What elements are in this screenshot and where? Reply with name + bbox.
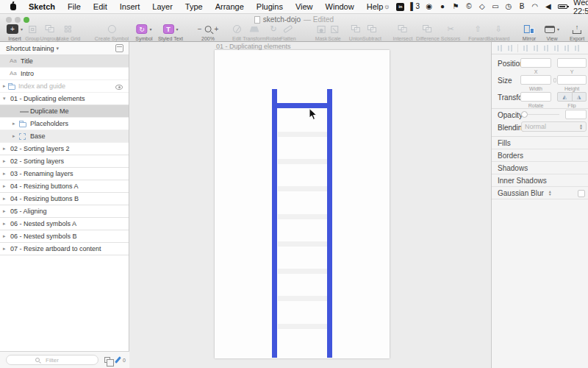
placeholder-rung-8[interactable]: [278, 324, 327, 329]
placeholder-rung-5[interactable]: [278, 241, 327, 247]
placeholder-rung-2[interactable]: [278, 159, 327, 164]
disclosure-chevron-icon[interactable]: ▸: [3, 183, 6, 189]
window-close-button[interactable]: [6, 17, 12, 23]
disclosure-chevron-icon[interactable]: ▸: [3, 171, 6, 177]
volume-icon[interactable]: ◀: [545, 2, 552, 11]
toolbar-forward-button[interactable]: ⇧Forward: [468, 24, 487, 41]
toolbar-group-button[interactable]: Group: [25, 24, 39, 41]
blending-dropdown[interactable]: Normal ▲▼: [521, 121, 587, 132]
section-inner-shadows[interactable]: Inner Shadows: [492, 174, 588, 187]
draft-pencil-icon[interactable]: [115, 356, 121, 364]
opacity-slider-knob[interactable]: [521, 111, 528, 118]
disclosure-chevron-icon[interactable]: ▸: [12, 133, 15, 139]
toolbar-styled-text-button[interactable]: T▾Styled Text: [158, 24, 183, 41]
toolbar-view-button[interactable]: ▾View: [545, 24, 559, 41]
rotate-field[interactable]: [520, 92, 551, 102]
menu-item-plugins[interactable]: Plugins: [257, 2, 283, 11]
section-gaussian-blur[interactable]: Gaussian Blur ▲▼: [492, 187, 588, 199]
visibility-eye-icon[interactable]: [115, 85, 123, 90]
menu-item-insert[interactable]: Insert: [120, 2, 140, 11]
artboard[interactable]: [215, 50, 390, 358]
copyright-icon[interactable]: ©: [465, 2, 473, 11]
menu-item-edit[interactable]: Edit: [93, 2, 107, 11]
toolbar-scale-button[interactable]: Scale: [328, 24, 341, 41]
height-field[interactable]: [557, 75, 587, 85]
toolbar-transform-button[interactable]: Transform: [243, 24, 266, 41]
ladder-rung-duplicate-me[interactable]: [272, 103, 332, 108]
layer-row-03-renaming-layers[interactable]: ▸03 - Renaming layers: [0, 168, 129, 180]
toolbar-difference-button[interactable]: Difference: [416, 24, 440, 41]
toolbar-mask-button[interactable]: Mask: [315, 24, 328, 41]
circle-icon[interactable]: ●: [439, 2, 446, 11]
filter-input[interactable]: [6, 355, 98, 365]
bluetooth-icon[interactable]: Ƀ: [518, 2, 526, 11]
blur-type-stepper-icon[interactable]: ▲▼: [548, 190, 552, 196]
layer-row-placeholders[interactable]: ▸Placeholders: [0, 118, 129, 130]
menu-item-layer[interactable]: Layer: [152, 2, 173, 11]
align-middle-icon[interactable]: [564, 45, 570, 52]
section-fills[interactable]: Fills: [492, 137, 588, 149]
disclosure-chevron-icon[interactable]: ▸: [3, 208, 6, 214]
layer-row-index-and-guide[interactable]: ▸Index and guide: [0, 80, 129, 93]
disclosure-chevron-icon[interactable]: ▸: [3, 146, 6, 152]
disclosure-chevron-icon[interactable]: ▸: [3, 246, 6, 252]
layer-row-title[interactable]: AaTitle: [0, 55, 129, 68]
position-y-field[interactable]: [557, 58, 587, 68]
dropbox-icon[interactable]: ◇: [478, 2, 486, 11]
display-icon[interactable]: ▭: [492, 2, 499, 11]
layer-row-02-sorting-layers-2[interactable]: ▸02 - Sorting layers 2: [0, 143, 129, 155]
toolbar-rotate-button[interactable]: ↻Rotate: [266, 24, 282, 41]
section-borders[interactable]: Borders: [492, 149, 588, 162]
align-top-icon[interactable]: [553, 45, 559, 52]
menu-item-view[interactable]: View: [295, 2, 313, 11]
position-x-field[interactable]: [520, 58, 551, 68]
section-shadows[interactable]: Shadows: [492, 162, 588, 174]
placeholder-rung-6[interactable]: [278, 269, 327, 274]
layer-row-duplicate-me[interactable]: Duplicate Me: [0, 105, 129, 118]
toolbar-backward-button[interactable]: ⇩Backward: [487, 24, 510, 41]
ladder-rail-2[interactable]: [327, 89, 332, 358]
placeholder-rung-3[interactable]: [278, 186, 327, 191]
wifi-icon[interactable]: ◠: [531, 2, 539, 11]
toolbar-flatten-button[interactable]: Flatten: [280, 24, 295, 41]
toolbar-symbol-button[interactable]: ↻▾Symbol: [135, 24, 152, 41]
align-center-h-icon[interactable]: [533, 45, 539, 52]
keyboard-brightness-icon[interactable]: ☼: [383, 2, 390, 11]
constrain-proportions-icon[interactable]: [553, 78, 556, 82]
disclosure-chevron-icon[interactable]: ▸: [3, 233, 6, 239]
layer-row-base[interactable]: ▸Base: [0, 130, 129, 143]
record-icon[interactable]: ◉: [426, 2, 433, 11]
menu-item-type[interactable]: Type: [185, 2, 203, 11]
toolbar-scissors-button[interactable]: ✂Scissors: [441, 24, 460, 41]
apple-menu-icon[interactable]: [10, 4, 16, 10]
align-left-icon[interactable]: [523, 45, 528, 52]
layer-row-intro[interactable]: AaIntro: [0, 68, 129, 80]
menu-item-file[interactable]: File: [68, 2, 81, 11]
disclosure-chevron-icon[interactable]: ▸: [3, 158, 6, 164]
distribute-vertically-icon[interactable]: [507, 45, 513, 52]
layer-row-06-nested-symbols-b[interactable]: ▸06 - Nested symbols B: [0, 230, 129, 243]
toolbar-make-grid-button[interactable]: Make Grid: [57, 24, 80, 41]
align-bottom-icon[interactable]: [574, 45, 580, 52]
battery-icon[interactable]: [558, 2, 567, 11]
placeholder-rung-7[interactable]: [278, 296, 327, 301]
disclosure-chevron-icon[interactable]: ▸: [3, 83, 6, 89]
toolbar-intersect-button[interactable]: Intersect: [393, 24, 413, 41]
placeholder-rung-4[interactable]: [278, 214, 327, 219]
disclosure-chevron-icon[interactable]: ▸: [12, 121, 15, 127]
layer-row-04-resizing-buttons-a[interactable]: ▸04 - Resizing buttons A: [0, 180, 129, 193]
flip-vertical-button[interactable]: ◮: [573, 93, 587, 101]
bookmark-icon[interactable]: ⚑: [452, 2, 459, 11]
document-proxy-icon[interactable]: [254, 16, 260, 24]
page-selector[interactable]: Shortcut training ▾: [0, 42, 129, 55]
flip-horizontal-button[interactable]: ◭: [558, 93, 573, 101]
time-machine-icon[interactable]: ◷: [505, 2, 512, 11]
menu-item-window[interactable]: Window: [326, 2, 354, 11]
page-list-icon[interactable]: [115, 44, 123, 52]
linkedin-icon[interactable]: in: [396, 2, 404, 11]
distribute-horizontally-icon[interactable]: [497, 45, 503, 52]
gaussian-blur-checkbox[interactable]: [578, 190, 585, 197]
layer-row-02-sorting-layers[interactable]: ▸02 - Sorting layers: [0, 155, 129, 168]
menu-item-help[interactable]: Help: [367, 2, 384, 11]
menu-item-arrange[interactable]: Arrange: [215, 2, 244, 11]
